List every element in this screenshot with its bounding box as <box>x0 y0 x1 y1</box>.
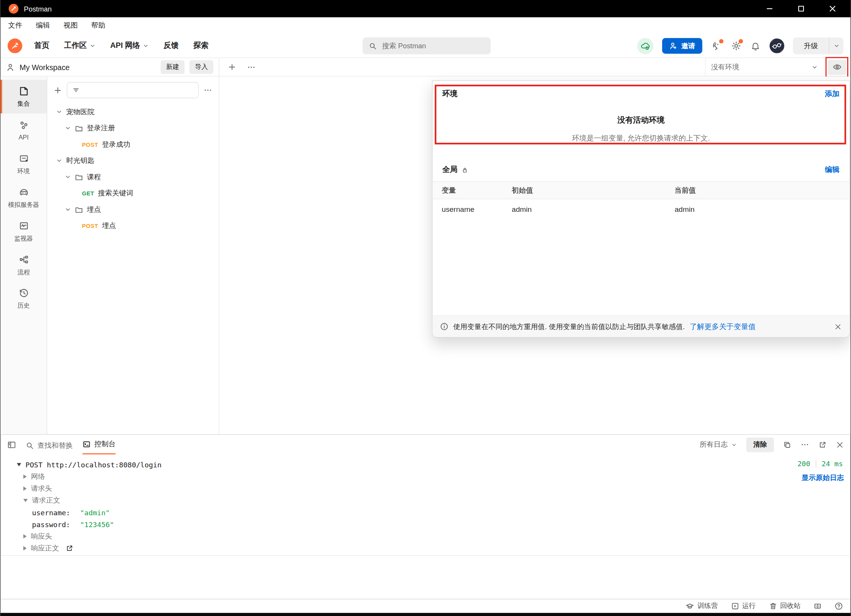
console-options-icon[interactable] <box>800 440 809 449</box>
close-button[interactable] <box>828 4 837 13</box>
nav-explore[interactable]: 探索 <box>193 41 209 51</box>
folder-icon <box>75 205 83 213</box>
collection-tree: 宠物医院 登录注册 POST 登录成功 时光钥匙 <box>47 99 219 234</box>
global-search[interactable] <box>363 38 491 54</box>
maximize-button[interactable] <box>797 4 805 13</box>
avatar[interactable] <box>769 39 784 53</box>
info-icon <box>440 323 448 331</box>
sidebar-item-mock-servers[interactable]: 模拟服务器 <box>0 181 46 215</box>
chevron-down-icon[interactable] <box>65 174 71 180</box>
log-request-line[interactable]: POST http://localhost:8080/login <box>0 459 850 470</box>
sidebar-item-environments[interactable]: 环境 <box>0 147 46 181</box>
whats-new-icon[interactable] <box>711 41 722 51</box>
caret-right-icon[interactable] <box>23 534 27 538</box>
variable-row[interactable]: username admin admin <box>432 199 849 219</box>
workspace-switcher[interactable]: My Workspace 新建 导入 <box>0 58 219 76</box>
no-active-environment-desc: 环境是一组变量, 允许您切换请求的上下文. <box>432 134 849 144</box>
collection-filter-input[interactable] <box>67 82 198 98</box>
tab-options-icon[interactable] <box>247 63 256 72</box>
nav-feedback[interactable]: 反馈 <box>164 41 179 51</box>
show-raw-log-link[interactable]: 显示原始日志 <box>802 473 844 483</box>
caret-down-icon[interactable] <box>17 463 21 467</box>
caret-down-icon[interactable] <box>23 499 28 502</box>
tree-request[interactable]: POST 登录成功 <box>47 136 219 153</box>
open-response-icon[interactable] <box>65 544 73 552</box>
nav-home[interactable]: 首页 <box>34 41 49 51</box>
open-in-new-window-icon[interactable] <box>818 441 826 449</box>
upgrade-label[interactable]: 升级 <box>793 38 829 54</box>
chevron-down-icon[interactable] <box>65 125 71 131</box>
panel-layout-icon[interactable] <box>813 602 822 610</box>
postman-logo-icon[interactable] <box>8 38 22 53</box>
sidebar-item-api[interactable]: API <box>0 113 46 147</box>
main-nav: 首页 工作区 API 网络 反馈 探索 <box>34 41 208 51</box>
sidebar-item-collections[interactable]: 集合 <box>0 80 46 113</box>
tab-find-and-replace[interactable]: 查找和替换 <box>26 435 73 454</box>
menu-file[interactable]: 文件 <box>8 21 22 31</box>
runner-button[interactable]: 运行 <box>731 601 756 611</box>
tree-collection[interactable]: 时光钥匙 <box>47 152 219 169</box>
sidebar-options-icon[interactable] <box>203 86 212 95</box>
sidebar-item-history[interactable]: 历史 <box>0 282 46 315</box>
nav-api-network[interactable]: API 网络 <box>110 41 149 51</box>
bottom-panel-toggle-icon[interactable] <box>7 440 16 449</box>
sidebar-item-monitors[interactable]: 监视器 <box>0 215 46 248</box>
upgrade-button: 升级 <box>793 38 843 54</box>
chevron-down-icon <box>90 43 96 49</box>
sync-status-icon[interactable] <box>637 38 654 54</box>
menu-help[interactable]: 帮助 <box>91 21 105 31</box>
tree-request[interactable]: POST 埋点 <box>47 218 219 234</box>
add-collection-button[interactable] <box>54 86 62 94</box>
log-group-response-body[interactable]: 响应正文 <box>0 542 850 554</box>
search-input[interactable] <box>381 41 484 51</box>
log-group-request-headers[interactable]: 请求头 <box>0 483 850 495</box>
chevron-down-icon[interactable] <box>56 108 62 115</box>
log-group-network[interactable]: 网络 <box>0 471 850 483</box>
notifications-bell-icon[interactable] <box>750 41 761 51</box>
tree-folder[interactable]: 课程 <box>47 169 219 185</box>
environment-quick-look-button[interactable] <box>828 59 846 75</box>
workspace-title: My Workspace <box>20 63 70 72</box>
bootcamp-button[interactable]: 训练营 <box>686 601 718 611</box>
environment-quick-look-panel: 环境 添加 没有活动环境 环境是一组变量, 允许您切换请求的上下文. 全局 编辑… <box>432 80 850 338</box>
tab-console[interactable]: 控制台 <box>82 435 115 454</box>
sidebar-item-flows[interactable]: 流程 <box>0 248 46 282</box>
log-group-response-headers[interactable]: 响应头 <box>0 530 850 542</box>
tree-folder[interactable]: 埋点 <box>47 202 219 218</box>
minimize-button[interactable] <box>765 4 774 13</box>
nav-workspaces[interactable]: 工作区 <box>64 41 95 51</box>
close-icon[interactable] <box>834 323 842 330</box>
search-icon <box>369 42 377 50</box>
caret-right-icon[interactable] <box>23 487 27 491</box>
tree-request[interactable]: GET 搜索关键词 <box>47 185 219 202</box>
chevron-down-icon[interactable] <box>65 206 71 213</box>
environment-selector[interactable]: 没有环境 <box>705 58 823 76</box>
learn-more-link[interactable]: 了解更多关于变量值 <box>690 322 756 332</box>
help-icon[interactable] <box>835 602 843 610</box>
copy-icon[interactable] <box>783 441 791 449</box>
tree-folder[interactable]: 登录注册 <box>47 120 219 136</box>
caret-right-icon[interactable] <box>23 546 27 550</box>
trash-button[interactable]: 回收站 <box>769 601 800 611</box>
menu-edit[interactable]: 编辑 <box>36 21 50 31</box>
new-button[interactable]: 新建 <box>160 60 184 74</box>
invite-button[interactable]: 邀请 <box>662 38 702 54</box>
edit-globals-link[interactable]: 编辑 <box>825 165 840 175</box>
tree-collection[interactable]: 宠物医院 <box>47 104 219 120</box>
upgrade-dropdown[interactable] <box>829 38 843 54</box>
log-filter-dropdown[interactable]: 所有日志 <box>700 440 737 450</box>
new-tab-button[interactable] <box>228 63 236 71</box>
settings-gear-icon[interactable] <box>730 41 741 51</box>
status-bar: 训练营 运行 回收站 <box>0 599 850 613</box>
filter-text-input[interactable] <box>83 85 193 95</box>
chevron-down-icon[interactable] <box>56 157 62 164</box>
log-group-request-body[interactable]: 请求正文 <box>0 495 850 506</box>
method-badge: POST <box>82 141 98 147</box>
close-console-icon[interactable] <box>836 441 844 449</box>
import-button[interactable]: 导入 <box>190 60 213 74</box>
clear-console-button[interactable]: 清除 <box>746 437 774 452</box>
add-environment-link[interactable]: 添加 <box>825 89 840 99</box>
menu-view[interactable]: 视图 <box>64 21 78 31</box>
tab-strip <box>219 58 256 76</box>
caret-right-icon[interactable] <box>23 475 27 479</box>
